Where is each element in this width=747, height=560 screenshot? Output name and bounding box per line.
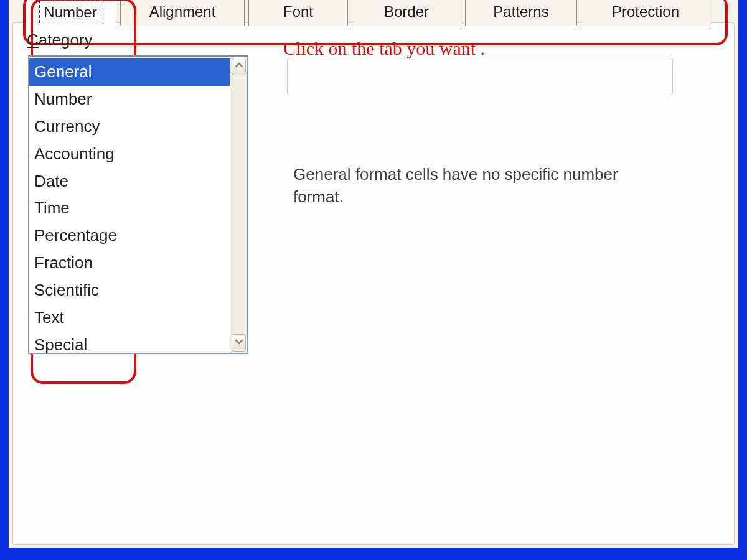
list-item[interactable]: Special: [29, 332, 230, 353]
tabs-row: Number Alignment Font Border Patterns Pr…: [24, 0, 721, 26]
format-description: General format cells have no specific nu…: [293, 164, 642, 208]
list-item[interactable]: Fraction: [29, 250, 230, 277]
tab-label: Alignment: [146, 1, 220, 23]
tab-patterns[interactable]: Patterns: [465, 0, 577, 26]
chevron-up-icon: [235, 61, 243, 72]
category-mnemonic: C: [27, 30, 39, 49]
tab-font[interactable]: Font: [248, 0, 348, 26]
tab-number[interactable]: Number: [24, 0, 116, 26]
category-label: Category: [27, 30, 93, 50]
scroll-down-button[interactable]: [232, 334, 246, 352]
tab-protection[interactable]: Protection: [581, 0, 710, 26]
category-label-rest: ategory: [39, 30, 93, 49]
category-listbox[interactable]: General Number Currency Accounting Date …: [28, 55, 248, 354]
tab-label: Border: [380, 1, 433, 23]
list-item[interactable]: Accounting: [29, 141, 230, 168]
list-item[interactable]: Time: [29, 195, 230, 222]
tab-label: Number: [39, 1, 101, 24]
chevron-down-icon: [235, 337, 243, 348]
list-item[interactable]: General: [29, 58, 230, 86]
tab-label: Protection: [608, 1, 683, 23]
annotation-text: Click on the tab you want .: [283, 38, 485, 59]
tab-label: Font: [280, 1, 317, 23]
tab-label: Patterns: [489, 1, 552, 23]
list-item[interactable]: Percentage: [29, 222, 230, 250]
list-item[interactable]: Number: [29, 86, 230, 113]
dialog-panel: Number Alignment Font Border Patterns Pr…: [12, 22, 735, 545]
list-item[interactable]: Scientific: [29, 277, 230, 304]
list-item[interactable]: Text: [29, 304, 230, 332]
tab-alignment[interactable]: Alignment: [120, 0, 245, 26]
listbox-scrollbar[interactable]: [230, 57, 247, 353]
tab-border[interactable]: Border: [352, 0, 461, 26]
list-item[interactable]: Date: [29, 168, 230, 195]
scroll-up-button[interactable]: [232, 58, 246, 75]
sample-preview-box: [287, 58, 673, 95]
category-list-items: General Number Currency Accounting Date …: [29, 57, 230, 353]
window-frame: Number Alignment Font Border Patterns Pr…: [0, 0, 747, 560]
list-item[interactable]: Currency: [29, 113, 230, 141]
